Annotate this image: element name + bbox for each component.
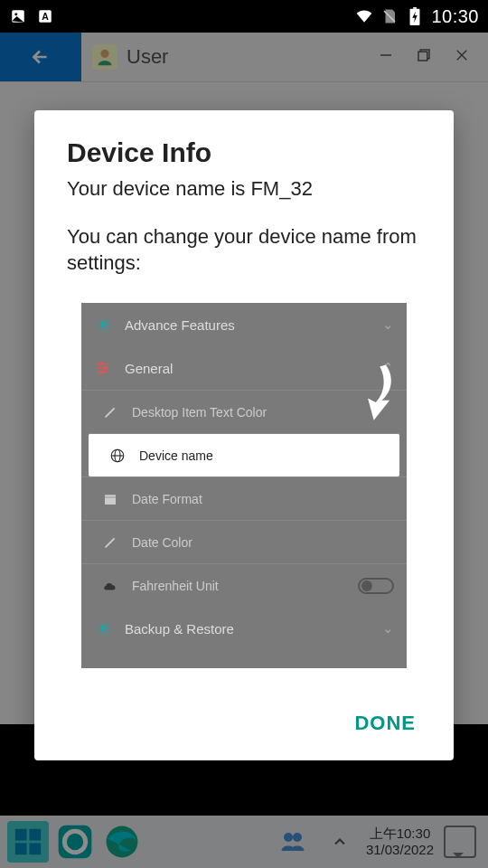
wifi-icon	[355, 7, 373, 25]
svg-rect-32	[105, 495, 116, 505]
pointer-arrow-icon	[358, 361, 398, 434]
sliders-icon	[94, 359, 112, 377]
toggle-off-icon	[358, 578, 394, 594]
svg-rect-6	[414, 7, 418, 9]
device-info-dialog: Device Info Your device name is FM_32 Yo…	[34, 110, 454, 760]
svg-point-26	[99, 363, 102, 365]
letter-a-icon: A	[36, 7, 54, 25]
pencil-icon	[101, 533, 119, 552]
preview-row-label: Backup & Restore	[125, 621, 234, 637]
status-clock: 10:30	[431, 6, 479, 27]
chevron-down-icon: ⌄	[382, 316, 394, 333]
preview-row-label: Fahrenheit Unit	[132, 579, 219, 593]
svg-point-34	[100, 626, 106, 631]
preview-row-label: Date Color	[132, 535, 192, 550]
gear-icon	[94, 619, 112, 637]
no-sim-icon	[380, 7, 399, 25]
dialog-device-name-text: Your device name is FM_32	[67, 177, 421, 201]
svg-point-27	[105, 367, 108, 370]
settings-preview-image: Advance Features ⌄ General ⌃ Desktop Ite…	[81, 303, 407, 668]
preview-row-label: General	[125, 361, 173, 376]
svg-point-28	[100, 371, 103, 373]
svg-text:A: A	[42, 11, 49, 22]
chevron-down-icon: ⌄	[382, 620, 394, 637]
pencil-icon	[101, 403, 119, 421]
svg-point-22	[100, 322, 106, 327]
battery-charging-icon	[406, 7, 424, 25]
dialog-title: Device Info	[67, 137, 421, 168]
preview-row-label: Device name	[139, 448, 213, 463]
globe-icon	[108, 447, 127, 465]
status-bar: A 10:30	[0, 0, 488, 33]
calendar-icon	[101, 490, 119, 508]
cloud-icon	[101, 577, 119, 595]
preview-row-label: Desktop Item Text Color	[132, 405, 267, 420]
svg-point-1	[14, 13, 17, 15]
done-button[interactable]: DONE	[349, 704, 421, 742]
gear-icon	[94, 316, 112, 334]
dialog-instruction-text: You can change your device name from set…	[67, 224, 421, 276]
picture-icon	[9, 7, 27, 25]
preview-row-label: Date Format	[132, 492, 202, 506]
preview-row-label: Advance Features	[125, 317, 235, 333]
